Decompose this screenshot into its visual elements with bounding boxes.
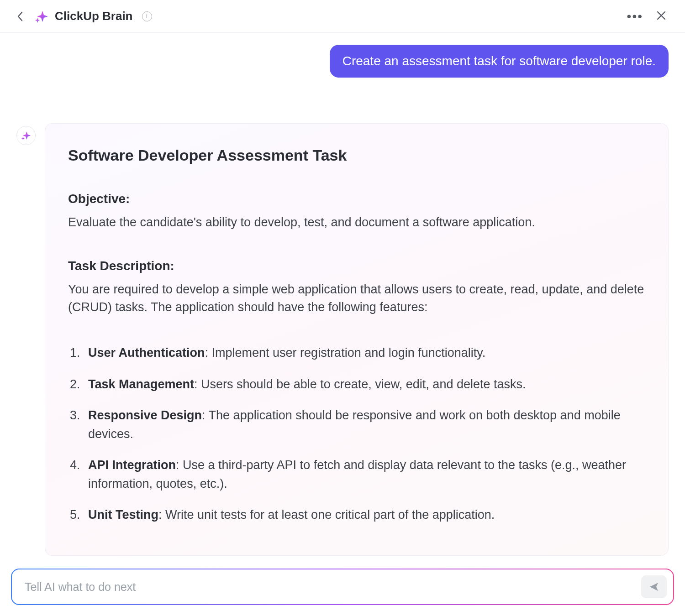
send-button[interactable] <box>641 575 667 598</box>
feature-label: Responsive Design <box>88 408 202 422</box>
ai-avatar <box>16 126 36 145</box>
objective-body: Evaluate the candidate's ability to deve… <box>68 214 645 231</box>
taskdesc-body: You are required to develop a simple web… <box>68 281 645 316</box>
header-left: ClickUp Brain i <box>14 9 152 23</box>
feature-text: : Users should be able to create, view, … <box>194 377 526 391</box>
header: ClickUp Brain i ••• <box>0 0 685 33</box>
info-icon[interactable]: i <box>142 11 152 21</box>
user-message-bubble: Create an assessment task for software d… <box>330 45 669 78</box>
feature-text: : Implement user registration and login … <box>205 346 486 360</box>
chevron-left-icon <box>17 11 23 21</box>
back-button[interactable] <box>14 10 26 23</box>
feature-label: API Integration <box>88 458 176 472</box>
close-icon <box>656 10 667 21</box>
sparkle-icon <box>21 131 31 141</box>
list-item: Responsive Design: The application shoul… <box>84 406 645 443</box>
user-message-row: Create an assessment task for software d… <box>16 45 669 78</box>
ai-message-row: Software Developer Assessment Task Objec… <box>16 123 669 556</box>
close-button[interactable] <box>656 10 667 23</box>
list-item: API Integration: Use a third-party API t… <box>84 456 645 493</box>
objective-heading: Objective: <box>68 192 645 206</box>
sparkle-icon <box>35 10 48 23</box>
feature-label: User Authentication <box>88 346 205 360</box>
send-icon <box>648 581 659 592</box>
brand-title: ClickUp Brain <box>55 9 133 23</box>
response-title: Software Developer Assessment Task <box>68 146 645 164</box>
list-item: Task Management: Users should be able to… <box>84 375 645 394</box>
feature-label: Task Management <box>88 377 194 391</box>
prompt-input[interactable] <box>25 580 641 594</box>
brand: ClickUp Brain i <box>35 9 152 23</box>
more-menu-button[interactable]: ••• <box>627 14 643 19</box>
feature-list: User Authentication: Implement user regi… <box>68 344 645 524</box>
list-item: Unit Testing: Write unit tests for at le… <box>84 506 645 524</box>
header-right: ••• <box>627 10 667 23</box>
taskdesc-heading: Task Description: <box>68 259 645 273</box>
list-item: User Authentication: Implement user regi… <box>84 344 645 362</box>
feature-text: : Write unit tests for at least one crit… <box>158 508 495 522</box>
feature-label: Unit Testing <box>88 508 158 522</box>
chat-area: Create an assessment task for software d… <box>0 33 685 616</box>
ai-response-card: Software Developer Assessment Task Objec… <box>45 123 669 556</box>
prompt-input-inner <box>12 569 673 604</box>
prompt-input-bar <box>11 569 674 605</box>
